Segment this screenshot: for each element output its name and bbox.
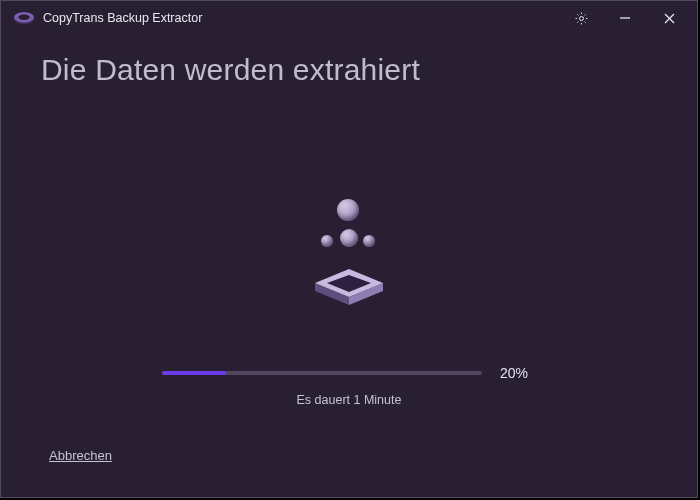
- loader-dot-icon: [321, 235, 333, 247]
- svg-point-3: [579, 16, 583, 20]
- loader-dot-icon: [337, 199, 359, 221]
- svg-point-2: [18, 14, 29, 20]
- close-button[interactable]: [647, 1, 691, 35]
- loader-dot-icon: [363, 235, 375, 247]
- status-text: Es dauert 1 Minute: [1, 393, 697, 407]
- titlebar: CopyTrans Backup Extractor: [1, 1, 697, 35]
- progress-fill: [162, 371, 226, 375]
- close-icon: [664, 13, 675, 24]
- minimize-icon: [619, 12, 631, 24]
- loader-tile-icon: [305, 255, 393, 315]
- app-logo-icon: [11, 9, 37, 27]
- app-title: CopyTrans Backup Extractor: [43, 11, 202, 25]
- progress-row: 20%: [1, 365, 697, 381]
- gear-icon: [574, 11, 589, 26]
- minimize-button[interactable]: [603, 1, 647, 35]
- extraction-animation: [1, 195, 697, 335]
- progress-percent: 20%: [500, 365, 536, 381]
- loader-graphic: [279, 195, 419, 335]
- page-title: Die Daten werden extrahiert: [41, 53, 657, 87]
- progress-bar: [162, 371, 482, 375]
- settings-button[interactable]: [559, 1, 603, 35]
- cancel-button[interactable]: Abbrechen: [49, 448, 112, 463]
- app-window: CopyTrans Backup Extractor Die Dat: [0, 0, 698, 498]
- loader-dot-icon: [340, 229, 358, 247]
- content-area: Die Daten werden extrahiert: [1, 35, 697, 497]
